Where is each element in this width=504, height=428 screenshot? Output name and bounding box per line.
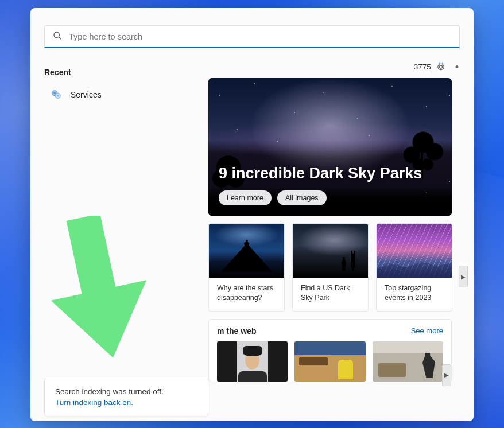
svg-point-7 <box>439 65 442 68</box>
web-thumbnail[interactable] <box>294 341 365 382</box>
indexing-message: Search indexing was turned off. <box>55 387 197 396</box>
web-thumbnail[interactable] <box>217 341 288 382</box>
rewards-row[interactable]: 3775 • <box>414 61 459 73</box>
card-title: Top stargazing events in 2023 <box>377 278 452 311</box>
chevron-right-icon: ▶ <box>461 274 466 280</box>
indexing-notice: Search indexing was turned off. Turn ind… <box>44 379 208 415</box>
right-column: 3775 • 9 incredible Dark Sky Parks <box>208 55 460 421</box>
search-icon <box>53 31 62 42</box>
card-image <box>377 224 452 278</box>
related-card[interactable]: Find a US Dark Sky Park <box>292 223 369 312</box>
web-section-header: m the web <box>217 326 256 336</box>
svg-point-4 <box>53 92 56 94</box>
chevron-right-icon: ▶ <box>444 372 449 378</box>
card-image <box>209 224 284 278</box>
search-panel: Recent Services Search indexing was turn… <box>30 8 474 421</box>
overflow-menu-icon[interactable]: • <box>455 62 459 72</box>
indexing-link[interactable]: Turn indexing back on. <box>55 398 197 407</box>
web-thumbnail[interactable] <box>373 341 443 382</box>
services-icon <box>50 88 63 101</box>
scroll-right-button[interactable]: ▶ <box>459 266 468 287</box>
related-card[interactable]: Top stargazing events in 2023 <box>376 223 452 312</box>
svg-point-5 <box>57 95 59 97</box>
svg-point-0 <box>54 32 59 37</box>
recent-item-services[interactable]: Services <box>44 85 199 104</box>
svg-point-6 <box>437 64 444 70</box>
scroll-right-button[interactable]: ▶ <box>442 364 451 386</box>
recent-item-label: Services <box>71 90 102 99</box>
all-images-button[interactable]: All images <box>277 190 327 205</box>
green-arrow-annotation <box>44 216 153 365</box>
from-the-web-section: m the web See more ▶ <box>208 319 452 382</box>
recent-header: Recent <box>44 68 199 77</box>
rewards-points: 3775 <box>414 63 431 71</box>
related-cards-row: Why are the stars disappearing? Find a U… <box>208 223 460 312</box>
card-image <box>293 224 368 278</box>
hero-card[interactable]: 9 incredible Dark Sky Parks Learn more A… <box>208 78 452 216</box>
rewards-medal-icon <box>436 61 446 73</box>
search-bar[interactable] <box>44 25 460 48</box>
search-input[interactable] <box>69 32 451 41</box>
svg-line-1 <box>59 37 61 39</box>
see-more-link[interactable]: See more <box>411 326 443 335</box>
hero-title: 9 incredible Dark Sky Parks <box>219 165 422 182</box>
learn-more-button[interactable]: Learn more <box>219 190 272 205</box>
card-title: Find a US Dark Sky Park <box>293 278 368 311</box>
left-column: Recent Services Search indexing was turn… <box>44 55 199 421</box>
card-title: Why are the stars disappearing? <box>209 278 284 311</box>
related-card[interactable]: Why are the stars disappearing? <box>208 223 285 312</box>
